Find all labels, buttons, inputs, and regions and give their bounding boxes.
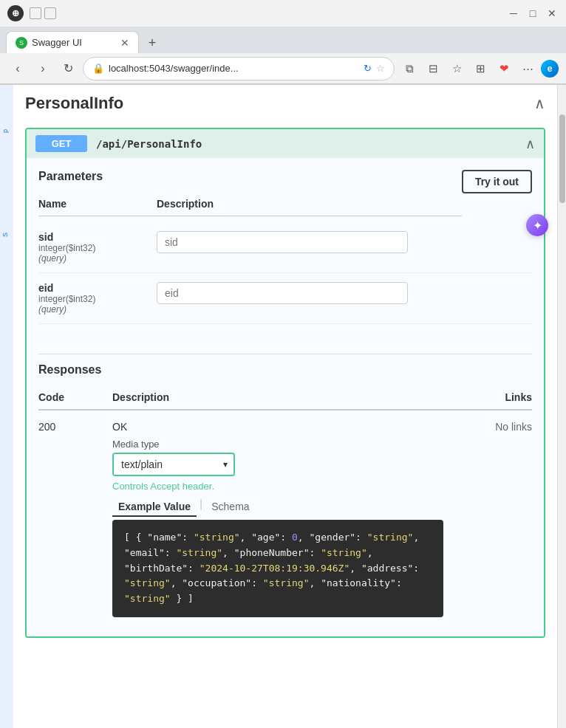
endpoint-path: /api/PersonalInfo: [96, 138, 202, 150]
response-row-200: 200 OK Media type text/plain application…: [38, 413, 532, 625]
tab-separator: |: [200, 498, 202, 517]
address-bar: ‹ › ↻ 🔒 ↻ ☆ ⧉ ⊟ ☆ ⊞ ❤ ⋯ e: [0, 53, 566, 84]
name-column-header: Name: [38, 198, 157, 210]
left-sidebar: p S: [0, 85, 13, 728]
parameters-label: Parameters: [38, 170, 532, 183]
address-input[interactable]: [109, 63, 359, 74]
tab-close-icon[interactable]: ✕: [120, 37, 129, 49]
param-row-eid: eid integer($int32) (query): [38, 273, 532, 324]
desc-column-header: Description: [157, 198, 462, 210]
param-input-eid[interactable]: [157, 282, 408, 304]
section-collapse-icon[interactable]: ∧: [534, 95, 545, 112]
title-bar: ⊕ ─ □ ✕: [0, 0, 566, 27]
address-bar-input-wrap[interactable]: 🔒 ↻ ☆: [83, 57, 395, 80]
forward-button[interactable]: ›: [33, 58, 53, 79]
response-code-200: 200: [38, 421, 112, 433]
media-type-label: Media type: [112, 439, 443, 450]
api-section-header: PersonalInfo ∧: [13, 85, 557, 122]
code-header: Code: [38, 391, 112, 403]
responses-section: Responses Code Description Links 200 OK …: [38, 354, 532, 625]
endpoint-body: Try it out Parameters Name Description s…: [27, 158, 544, 636]
new-tab-button[interactable]: +: [142, 32, 163, 53]
maximize-button[interactable]: □: [526, 7, 539, 20]
extensions-button[interactable]: ⧉: [399, 58, 420, 79]
window-controls: ─ □ ✕: [507, 7, 559, 20]
browser-logo: ⊕: [7, 5, 24, 21]
param-input-sid[interactable]: [157, 231, 408, 253]
profile-button[interactable]: ❤: [494, 58, 514, 79]
window-dot-1[interactable]: [30, 7, 41, 19]
toolbar-icons: ⧉ ⊟ ☆ ⊞ ❤ ⋯ e: [399, 58, 559, 79]
edge-icon[interactable]: e: [541, 60, 559, 78]
reload-icon[interactable]: ↻: [364, 63, 372, 74]
section-title: PersonalInfo: [25, 94, 123, 113]
endpoint-header[interactable]: GET /api/PersonalInfo ∧: [27, 129, 544, 158]
refresh-button[interactable]: ↻: [58, 58, 78, 79]
menu-button[interactable]: ⋯: [517, 58, 538, 79]
endpoint-container: GET /api/PersonalInfo ∧ Try it out Param…: [25, 128, 545, 638]
param-location-eid: (query): [38, 304, 157, 315]
response-links-200: No links: [443, 421, 532, 433]
param-name-col-sid: sid integer($int32) (query): [38, 231, 157, 264]
sidebar-label-2: S: [1, 233, 9, 237]
scrollbar[interactable]: [557, 85, 566, 728]
window-dots: [30, 7, 56, 19]
sidebar-label-1: p: [1, 129, 9, 133]
links-header: Links: [443, 391, 532, 403]
example-value-tab[interactable]: Example Value: [112, 498, 197, 517]
param-type-sid: integer($int32): [38, 243, 157, 253]
param-desc-col-sid: [157, 231, 532, 253]
param-name-col-eid: eid integer($int32) (query): [38, 282, 157, 315]
params-header-row: Name Description: [38, 192, 462, 216]
param-name-sid: sid: [38, 231, 157, 243]
swagger-page: PersonalInfo ∧ GET /api/PersonalInfo ∧ T…: [13, 85, 557, 638]
param-desc-col-eid: [157, 282, 532, 304]
param-name-eid: eid: [38, 282, 157, 294]
param-row-sid: sid integer($int32) (query): [38, 222, 532, 273]
minimize-button[interactable]: ─: [507, 7, 520, 20]
endpoint-collapse-icon[interactable]: ∧: [525, 136, 535, 152]
controls-accept-label: Controls Accept header.: [112, 481, 443, 492]
tab-favicon: S: [16, 37, 27, 49]
param-location-sid: (query): [38, 253, 157, 264]
window-dot-2[interactable]: [44, 7, 56, 19]
tab-title: Swagger UI: [32, 37, 82, 48]
tab-bar: S Swagger UI ✕ +: [0, 27, 566, 53]
media-type-select-wrap[interactable]: text/plain application/json text/json ▾: [112, 453, 235, 476]
schema-tab[interactable]: Schema: [205, 498, 255, 517]
scrollbar-thumb[interactable]: [559, 114, 565, 203]
back-button[interactable]: ‹: [7, 58, 28, 79]
active-tab[interactable]: S Swagger UI ✕: [6, 31, 139, 53]
example-value-tabs: Example Value | Schema: [112, 498, 443, 517]
response-desc-col-200: OK Media type text/plain application/jso…: [112, 421, 443, 617]
star-icon[interactable]: ☆: [376, 63, 385, 74]
page-content: p S PersonalInfo ∧ GET /api/PersonalInfo…: [0, 85, 566, 728]
media-type-select[interactable]: text/plain application/json text/json: [114, 454, 217, 475]
param-type-eid: integer($int32): [38, 294, 157, 304]
parameters-section: Try it out Parameters Name Description s…: [38, 170, 532, 339]
main-content: PersonalInfo ∧ GET /api/PersonalInfo ∧ T…: [13, 85, 557, 728]
select-arrow-icon: ▾: [217, 455, 233, 474]
try-it-out-button[interactable]: Try it out: [462, 170, 532, 193]
responses-desc-header: Description: [112, 391, 443, 403]
close-button[interactable]: ✕: [545, 7, 559, 20]
response-desc-text-200: OK: [112, 421, 443, 433]
code-block: [ { "name": "string", "age": 0, "gender"…: [112, 520, 443, 617]
lock-icon: 🔒: [92, 63, 104, 74]
ai-assistant-bubble[interactable]: ✦: [526, 214, 548, 236]
method-badge: GET: [35, 135, 87, 152]
favorites-button[interactable]: ☆: [446, 58, 467, 79]
responses-table-header: Code Description Links: [38, 385, 532, 411]
split-button[interactable]: ⊟: [423, 58, 443, 79]
responses-label: Responses: [38, 363, 532, 377]
ai-sparkle-icon: ✦: [533, 219, 542, 233]
collections-button[interactable]: ⊞: [470, 58, 491, 79]
